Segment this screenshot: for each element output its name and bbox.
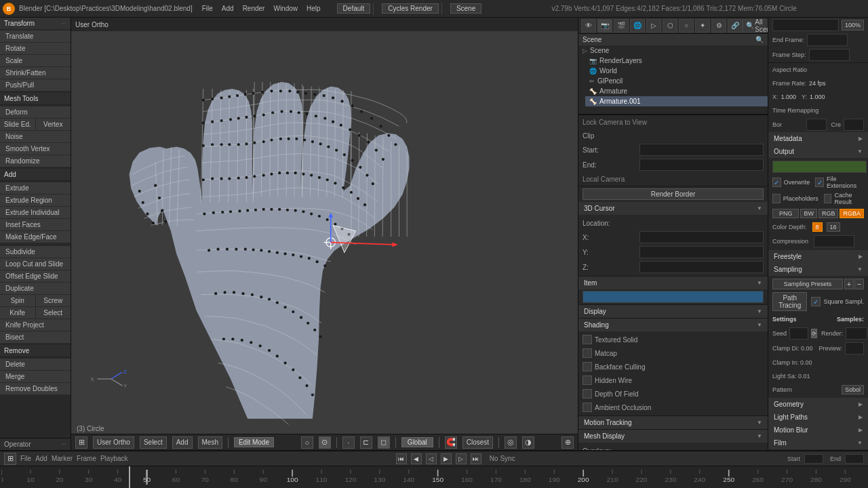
timeline-marker-menu[interactable]: Marker bbox=[52, 455, 73, 462]
object-icon[interactable]: ▷ bbox=[646, 19, 661, 33]
spin-btn[interactable]: Spin bbox=[0, 295, 35, 307]
output-header[interactable]: Output ▼ bbox=[768, 145, 868, 158]
subdivide-btn[interactable]: Subdivide bbox=[0, 246, 71, 258]
shading-header[interactable]: Shading ▼ bbox=[578, 319, 768, 331]
display-header[interactable]: Display ▼ bbox=[578, 305, 768, 318]
viewport-shading-wire[interactable]: ⊙ bbox=[319, 436, 331, 449]
cre-input[interactable]: 100 bbox=[844, 119, 864, 131]
step-forward-btn[interactable]: ▷ bbox=[456, 453, 467, 464]
step-back-btn[interactable]: ◀ bbox=[411, 453, 422, 464]
end-frame-input[interactable]: 250 bbox=[807, 34, 848, 46]
timeline-file-menu[interactable]: File bbox=[20, 455, 31, 462]
file-ext-check[interactable] bbox=[815, 178, 824, 187]
clip-start-input[interactable]: 0.100 bbox=[639, 144, 764, 156]
metadata-header[interactable]: Metadata ▶ bbox=[768, 132, 868, 145]
output-path-input[interactable]: //tmp/ bbox=[772, 161, 867, 173]
cursor-header[interactable]: 3D Cursor ▼ bbox=[578, 202, 768, 215]
seed-input[interactable]: 0 bbox=[789, 327, 808, 340]
resolution-percent-btn[interactable]: 100% bbox=[842, 20, 864, 30]
light-paths-header[interactable]: Light Paths ▶ bbox=[768, 411, 868, 424]
compression-input[interactable]: 15% bbox=[814, 235, 854, 247]
knife-btn[interactable]: Knife bbox=[0, 307, 35, 319]
proportional-falloff-btn[interactable]: ◑ bbox=[522, 436, 534, 449]
physics-icon[interactable]: ⚙ bbox=[711, 19, 726, 33]
bisect-btn[interactable]: Bisect bbox=[0, 331, 71, 344]
randomize-btn[interactable]: Randomize bbox=[0, 155, 71, 167]
pushpull-btn[interactable]: Push/Pull bbox=[0, 79, 71, 92]
jump-end-btn[interactable]: ⏭ bbox=[471, 453, 481, 464]
color-depth-8-btn[interactable]: 8 bbox=[812, 222, 823, 232]
start-frame-input[interactable]: 1 bbox=[804, 454, 823, 464]
noise-btn[interactable]: Noise bbox=[0, 131, 71, 143]
bor-input[interactable]: 100 bbox=[806, 119, 827, 131]
jump-start-btn[interactable]: ⏮ bbox=[396, 453, 407, 464]
timeline-playback-menu[interactable]: Playback bbox=[100, 455, 128, 462]
make-edge-face-btn[interactable]: Make Edge/Face bbox=[0, 231, 71, 243]
render-border-row[interactable]: Render Border bbox=[578, 186, 768, 202]
offset-edge-btn[interactable]: Offset Edge Slide bbox=[0, 270, 71, 283]
outliner-scene[interactable]: ▷ Scene bbox=[578, 45, 768, 56]
particle-icon[interactable]: ✦ bbox=[695, 19, 710, 33]
cursor-y-input[interactable]: 0.00000 bbox=[639, 246, 764, 258]
menu-help[interactable]: Help bbox=[302, 3, 325, 14]
duplicate-btn[interactable]: Duplicate bbox=[0, 283, 71, 295]
extrude-individual-btn[interactable]: Extrude Individual bbox=[0, 207, 71, 219]
slide-edge-btn[interactable]: Slide Ed. bbox=[0, 119, 35, 131]
material-icon[interactable]: ○ bbox=[679, 19, 694, 33]
menu-window[interactable]: Window bbox=[269, 3, 302, 14]
select-btn-vp[interactable]: Select bbox=[140, 436, 167, 449]
motion-blur-header[interactable]: Motion Blur ▶ bbox=[768, 424, 868, 436]
constraint-icon[interactable]: 🔗 bbox=[728, 19, 743, 33]
sampling-header[interactable]: Sampling ▼ bbox=[768, 263, 868, 276]
motion-tracking-header[interactable]: Motion Tracking ▼ bbox=[578, 416, 768, 429]
dim-y-input[interactable]: 1.000 bbox=[772, 19, 839, 31]
outliner-renderlayers[interactable]: 📷 RenderLayers bbox=[585, 56, 768, 66]
color-depth-16-btn[interactable]: 16 bbox=[827, 222, 840, 232]
mesh-btn-vp[interactable]: Mesh bbox=[198, 436, 222, 449]
cache-check[interactable] bbox=[824, 194, 832, 203]
textured-solid-check[interactable] bbox=[583, 335, 592, 344]
cursor-x-input[interactable]: 0.00000 bbox=[639, 231, 764, 243]
outliner-glpencil[interactable]: ✏ GlPencil bbox=[585, 76, 768, 86]
edges-mode-btn[interactable]: ⊏ bbox=[360, 436, 372, 449]
overlay-btn[interactable]: ⊕ bbox=[561, 436, 574, 449]
add-btn-vp[interactable]: Add bbox=[172, 436, 193, 449]
merge-btn[interactable]: Merge bbox=[0, 371, 71, 383]
timeline-menu-btn[interactable]: ⊞ bbox=[4, 453, 16, 465]
rgba-btn[interactable]: RGBA bbox=[840, 209, 864, 218]
snap-type-btn[interactable]: Closest bbox=[462, 436, 493, 449]
loop-cut-btn[interactable]: Loop Cut and Slide bbox=[0, 258, 71, 270]
path-tracing-btn[interactable]: Path Tracing bbox=[772, 292, 807, 311]
view-menu-btn[interactable]: ⊞ bbox=[75, 436, 87, 449]
pivot-btn[interactable]: Global bbox=[401, 437, 433, 447]
translate-btn[interactable]: Translate bbox=[0, 30, 71, 43]
rgb-btn[interactable]: RGB bbox=[818, 209, 839, 218]
knife-project-btn[interactable]: Knife Project bbox=[0, 319, 71, 331]
magnet-snap-btn[interactable]: 🧲 bbox=[445, 436, 457, 449]
delete-btn[interactable]: Delete bbox=[0, 359, 71, 371]
sampling-minus-btn[interactable]: − bbox=[854, 279, 864, 289]
rotate-btn[interactable]: Rotate bbox=[0, 43, 71, 55]
geometry-header[interactable]: Geometry ▶ bbox=[768, 398, 868, 411]
select-btn[interactable]: Select bbox=[36, 307, 71, 319]
matcap-check[interactable] bbox=[583, 348, 592, 358]
menu-render[interactable]: Render bbox=[239, 3, 269, 14]
sobol-btn[interactable]: Sobol bbox=[842, 385, 864, 394]
sampling-presets-btn[interactable]: Sampling Presets bbox=[772, 279, 843, 289]
extrude-btn[interactable]: Extrude bbox=[0, 182, 71, 195]
overwrite-check[interactable] bbox=[772, 178, 781, 187]
faces-mode-btn[interactable]: ◻ bbox=[378, 436, 390, 449]
shrink-btn[interactable]: Shrink/Fatten bbox=[0, 67, 71, 79]
clip-end-input[interactable]: 1000.000 bbox=[639, 159, 764, 171]
sampling-plus-btn[interactable]: + bbox=[844, 279, 854, 289]
square-sample-check[interactable] bbox=[811, 297, 821, 306]
vertex-btn[interactable]: Vertex bbox=[36, 119, 71, 131]
end-frame-input[interactable]: 250 bbox=[845, 454, 864, 464]
deform-btn[interactable]: Deform bbox=[0, 106, 71, 119]
outliner-world[interactable]: 🌐 World bbox=[585, 66, 768, 76]
screw-btn[interactable]: Screw bbox=[36, 295, 71, 307]
menu-add[interactable]: Add bbox=[218, 3, 238, 14]
freestyle-header[interactable]: Freestyle ▶ bbox=[768, 250, 868, 263]
play-btn[interactable]: ▶ bbox=[441, 453, 452, 464]
viewport-shading-solid[interactable]: ○ bbox=[301, 436, 313, 449]
